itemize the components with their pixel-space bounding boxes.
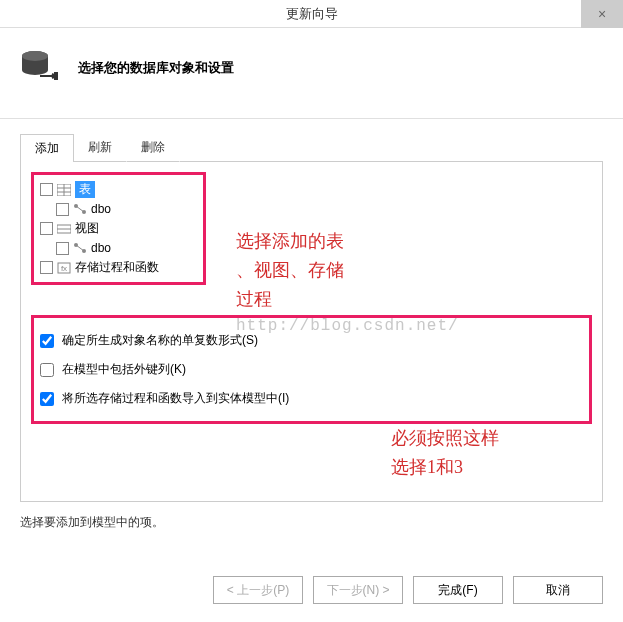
checkbox-tables-dbo[interactable] (56, 203, 69, 216)
option-import-sprocs[interactable]: 将所选存储过程和函数导入到实体模型中(I) (40, 384, 583, 413)
checkbox-sprocs[interactable] (40, 261, 53, 274)
hint-text: 选择要添加到模型中的项。 (20, 514, 603, 531)
view-icon (57, 223, 71, 235)
next-button: 下一步(N) > (313, 576, 403, 604)
checkbox-tables[interactable] (40, 183, 53, 196)
annotation-line: 、视图、存储 (236, 256, 344, 285)
option-label: 将所选存储过程和函数导入到实体模型中(I) (62, 390, 289, 407)
button-bar: < 上一步(P) 下一步(N) > 完成(F) 取消 (213, 576, 603, 604)
close-button[interactable]: × (581, 0, 623, 28)
tab-panel: 表 dbo 视图 dbo fx 存储过程和函数 (20, 162, 603, 502)
content-area: 添加 刷新 删除 表 dbo 视图 dbo (0, 119, 623, 541)
annotation-line: 必须按照这样 (391, 424, 499, 453)
schema-icon (73, 242, 87, 254)
checkbox-pluralize[interactable] (40, 334, 54, 348)
annotation-line: 选择1和3 (391, 453, 499, 482)
tree-node-tables-dbo[interactable]: dbo (56, 200, 197, 218)
database-icon (20, 48, 60, 88)
tree-node-views-dbo[interactable]: dbo (56, 239, 197, 257)
annotation-line: 过程 (236, 285, 344, 314)
tree-highlight-box: 表 dbo 视图 dbo fx 存储过程和函数 (31, 172, 206, 285)
tree-label-sprocs: 存储过程和函数 (75, 259, 159, 276)
sproc-icon: fx (57, 262, 71, 274)
svg-rect-2 (54, 72, 58, 80)
tree-node-sprocs[interactable]: fx 存储过程和函数 (40, 257, 197, 278)
tab-add[interactable]: 添加 (20, 134, 74, 162)
tree-label-tables: 表 (75, 181, 95, 198)
annotation-options: 必须按照这样 选择1和3 (391, 424, 499, 482)
tree-node-views[interactable]: 视图 (40, 218, 197, 239)
svg-line-14 (76, 245, 84, 251)
cancel-button[interactable]: 取消 (513, 576, 603, 604)
tab-delete[interactable]: 删除 (126, 133, 180, 162)
checkbox-views[interactable] (40, 222, 53, 235)
tree-label-views-dbo: dbo (91, 241, 111, 255)
option-label: 确定所生成对象名称的单复数形式(S) (62, 332, 258, 349)
title-bar: 更新向导 × (0, 0, 623, 28)
schema-icon (73, 203, 87, 215)
option-foreign-keys[interactable]: 在模型中包括外键列(K) (40, 355, 583, 384)
annotation-tree: 选择添加的表 、视图、存储 过程 (236, 227, 344, 313)
tree-node-tables[interactable]: 表 (40, 179, 197, 200)
window-title: 更新向导 (286, 5, 338, 23)
tree-label-tables-dbo: dbo (91, 202, 111, 216)
close-icon: × (598, 6, 606, 22)
checkbox-views-dbo[interactable] (56, 242, 69, 255)
svg-point-1 (22, 51, 48, 61)
prev-button: < 上一步(P) (213, 576, 303, 604)
tab-refresh[interactable]: 刷新 (73, 133, 127, 162)
annotation-line: 选择添加的表 (236, 227, 344, 256)
option-label: 在模型中包括外键列(K) (62, 361, 186, 378)
svg-text:fx: fx (61, 264, 67, 273)
checkbox-foreign-keys[interactable] (40, 363, 54, 377)
wizard-header: 选择您的数据库对象和设置 (0, 28, 623, 119)
tab-strip: 添加 刷新 删除 (20, 133, 603, 162)
watermark-text: http://blog.csdn.net/ (236, 317, 459, 335)
checkbox-import-sprocs[interactable] (40, 392, 54, 406)
svg-line-9 (76, 206, 84, 212)
table-icon (57, 184, 71, 196)
tree-label-views: 视图 (75, 220, 99, 237)
header-text: 选择您的数据库对象和设置 (78, 59, 234, 77)
finish-button[interactable]: 完成(F) (413, 576, 503, 604)
